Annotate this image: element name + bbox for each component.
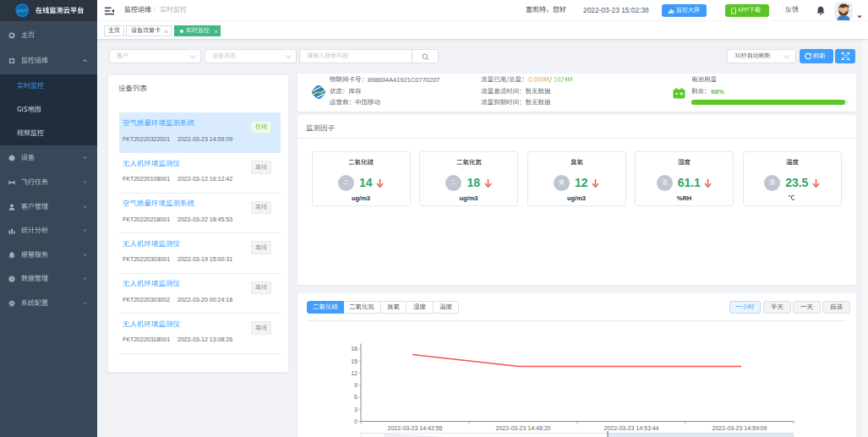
svg-text:2022-03-23 14:59:09: 2022-03-23 14:59:09 [712,424,767,430]
svg-text:12: 12 [351,369,358,375]
svg-text:3: 3 [354,406,358,412]
svg-text:9: 9 [354,382,358,388]
svg-text:18: 18 [351,346,358,352]
svg-text:2022-03-23 14:42:55: 2022-03-23 14:42:55 [388,424,443,430]
svg-text:FKT: FKT [17,8,27,14]
svg-text:2022-03-23 14:53:44: 2022-03-23 14:53:44 [604,424,659,430]
svg-text:15: 15 [351,358,358,363]
svg-text:2022-03-23 14:48:20: 2022-03-23 14:48:20 [496,424,551,430]
svg-text:0: 0 [354,418,358,423]
svg-text:6: 6 [354,394,358,400]
